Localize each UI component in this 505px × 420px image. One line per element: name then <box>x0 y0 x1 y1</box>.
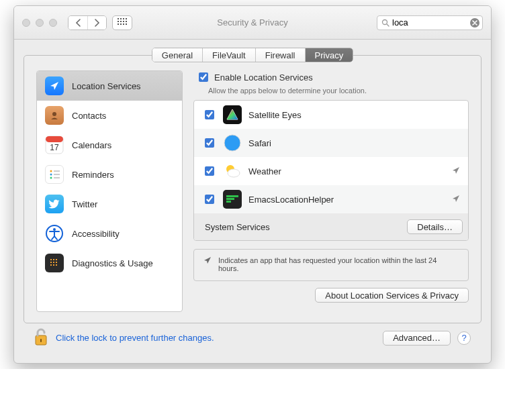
satellite-eyes-icon <box>223 105 242 124</box>
svg-point-25 <box>53 228 56 231</box>
app-row-emacs[interactable]: EmacsLocationHelper <box>194 185 468 213</box>
recent-location-icon <box>452 166 460 176</box>
enable-location-checkbox[interactable] <box>199 72 208 82</box>
back-button[interactable] <box>68 16 87 30</box>
svg-rect-10 <box>123 23 124 25</box>
sidebar-item-label: Accessibility <box>72 229 120 239</box>
svg-rect-6 <box>123 21 124 22</box>
sidebar-item-calendars[interactable]: 17 Calendars <box>37 130 182 160</box>
sidebar-item-label: Calendars <box>72 140 111 150</box>
safari-icon <box>223 134 242 152</box>
sidebar-item-reminders[interactable]: Reminders <box>37 160 182 189</box>
tab-filevault[interactable]: FileVault <box>202 48 255 62</box>
app-name: Weather <box>248 166 445 176</box>
app-checkbox[interactable] <box>205 138 214 148</box>
app-row-satellite-eyes[interactable]: Satellite Eyes <box>194 101 468 129</box>
svg-rect-8 <box>118 23 119 25</box>
app-checkbox[interactable] <box>205 110 214 119</box>
reminders-icon <box>45 165 64 184</box>
svg-rect-46 <box>226 201 231 203</box>
svg-rect-44 <box>226 195 238 197</box>
accessibility-icon <box>45 224 64 243</box>
tab-firewall[interactable]: Firewall <box>255 48 305 62</box>
about-location-button[interactable]: About Location Services & Privacy <box>315 288 469 303</box>
privacy-sidebar: Location Services Contacts 17 Calendars <box>36 70 183 312</box>
enable-location-row[interactable]: Enable Location Services <box>193 70 469 85</box>
weather-icon <box>223 162 242 180</box>
details-button[interactable]: Details… <box>407 219 463 234</box>
sidebar-item-diagnostics[interactable]: Diagnostics & Usage <box>37 248 182 278</box>
svg-rect-32 <box>50 264 52 266</box>
hint-text: Indicates an app that has requested your… <box>218 256 459 272</box>
system-services-row: System Services Details… <box>194 213 468 240</box>
sidebar-item-label: Diagnostics & Usage <box>72 258 153 268</box>
calendars-icon: 17 <box>45 136 64 154</box>
contacts-icon <box>45 106 64 125</box>
search-icon <box>381 19 389 27</box>
footer: Click the lock to prevent further change… <box>24 323 481 352</box>
enable-location-sub: Allow the apps below to determine your l… <box>193 85 469 95</box>
svg-text:17: 17 <box>50 143 59 152</box>
app-name: Safari <box>248 138 460 148</box>
twitter-icon <box>45 195 64 213</box>
svg-rect-48 <box>40 339 42 342</box>
enable-location-label: Enable Location Services <box>214 72 313 83</box>
sidebar-item-label: Reminders <box>72 170 114 180</box>
app-checkbox[interactable] <box>205 166 214 176</box>
app-row-weather[interactable]: Weather <box>194 157 468 185</box>
app-name: Satellite Eyes <box>248 110 460 120</box>
body: General FileVault Firewall Privacy Locat… <box>14 40 491 363</box>
svg-rect-29 <box>50 262 52 263</box>
location-icon <box>45 76 64 95</box>
location-hint: Indicates an app that has requested your… <box>193 249 469 281</box>
tab-general[interactable]: General <box>152 48 202 62</box>
minimize-dot[interactable] <box>36 19 44 27</box>
svg-rect-28 <box>56 259 57 260</box>
search-input[interactable] <box>389 17 470 28</box>
search-field[interactable] <box>377 15 483 30</box>
svg-rect-11 <box>126 23 127 25</box>
svg-rect-30 <box>53 262 54 263</box>
svg-rect-23 <box>54 177 60 178</box>
sidebar-item-contacts[interactable]: Contacts <box>37 101 182 130</box>
svg-rect-27 <box>53 259 54 260</box>
close-dot[interactable] <box>22 19 30 27</box>
lock-icon[interactable] <box>33 327 49 348</box>
svg-rect-21 <box>54 174 60 175</box>
sidebar-item-label: Contacts <box>72 111 106 121</box>
svg-point-22 <box>50 177 52 179</box>
show-all-button[interactable] <box>112 15 132 30</box>
svg-rect-9 <box>120 23 122 25</box>
right-pane: Enable Location Services Allow the apps … <box>193 70 469 312</box>
sidebar-item-twitter[interactable]: Twitter <box>37 189 182 219</box>
svg-rect-45 <box>226 198 234 200</box>
svg-rect-0 <box>118 18 119 19</box>
sidebar-item-location[interactable]: Location Services <box>37 71 182 101</box>
privacy-panel: Location Services Contacts 17 Calendars <box>24 55 481 323</box>
lock-text[interactable]: Click the lock to prevent further change… <box>56 333 214 343</box>
svg-rect-33 <box>53 264 54 266</box>
app-list: Satellite Eyes Safari <box>193 100 469 241</box>
tab-bar: General FileVault Firewall Privacy <box>24 48 481 62</box>
tab-privacy[interactable]: Privacy <box>305 48 353 62</box>
prefs-window: Security & Privacy General FileVault Fir… <box>13 5 492 364</box>
svg-point-20 <box>50 174 52 176</box>
svg-rect-19 <box>54 170 60 172</box>
svg-point-14 <box>52 112 56 116</box>
svg-rect-5 <box>120 21 122 22</box>
zoom-dot[interactable] <box>49 19 57 27</box>
nav-segment <box>68 15 107 30</box>
window-title: Security & Privacy <box>217 17 287 28</box>
svg-line-13 <box>387 24 389 26</box>
forward-button[interactable] <box>87 16 106 30</box>
svg-rect-1 <box>120 18 122 19</box>
diagnostics-icon <box>45 254 64 272</box>
app-row-safari[interactable]: Safari <box>194 129 468 157</box>
advanced-button[interactable]: Advanced… <box>383 331 451 346</box>
app-checkbox[interactable] <box>205 195 214 204</box>
help-button[interactable]: ? <box>457 331 471 345</box>
svg-point-12 <box>383 19 387 24</box>
sidebar-item-accessibility[interactable]: Accessibility <box>37 219 182 248</box>
clear-search-icon[interactable] <box>470 18 479 28</box>
system-services-label: System Services <box>202 222 400 232</box>
